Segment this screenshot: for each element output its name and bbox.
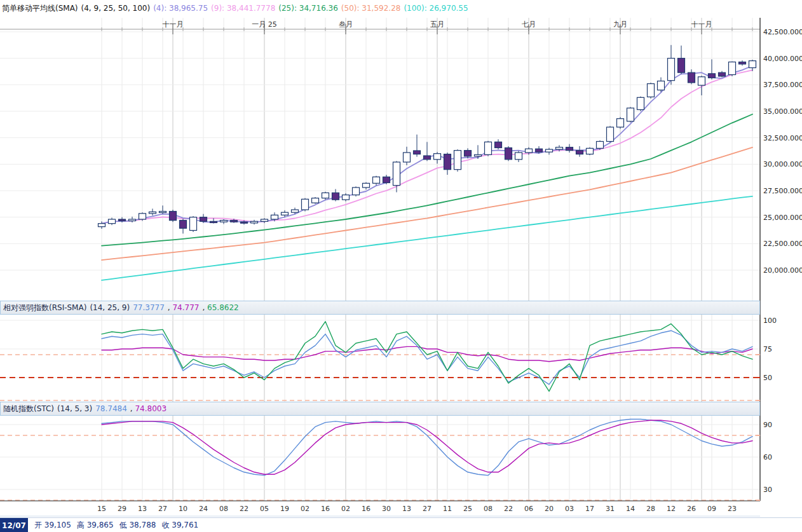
svg-text:50: 50 <box>763 374 772 382</box>
candle[interactable] <box>221 219 228 224</box>
candle[interactable] <box>587 147 594 156</box>
candle[interactable] <box>465 148 472 158</box>
candle[interactable] <box>546 148 553 155</box>
svg-text:十一月: 十一月 <box>163 20 184 29</box>
svg-text:29: 29 <box>118 505 126 513</box>
candle[interactable] <box>210 218 217 223</box>
candle[interactable] <box>495 139 502 149</box>
candle[interactable] <box>312 197 319 204</box>
svg-text:28: 28 <box>646 505 655 513</box>
candle[interactable] <box>719 71 726 78</box>
indicator-value: 74.8003 <box>135 404 167 413</box>
svg-text:42,500.0000: 42,500.0000 <box>763 28 802 36</box>
svg-text:16: 16 <box>362 505 370 513</box>
candle[interactable] <box>373 176 380 186</box>
candle[interactable] <box>505 146 512 161</box>
candle[interactable] <box>566 144 573 153</box>
axes <box>0 18 760 516</box>
candle[interactable] <box>160 205 167 214</box>
candle[interactable] <box>251 220 258 225</box>
candle[interactable] <box>658 78 665 92</box>
separator: , <box>202 303 207 312</box>
chart-canvas[interactable]: 十一月一月 25叁月五月七月九月十一月152913271024082205190… <box>0 0 802 532</box>
candle[interactable] <box>302 198 309 212</box>
candle[interactable] <box>637 97 644 111</box>
candle[interactable] <box>515 151 522 163</box>
svg-text:15: 15 <box>97 505 106 513</box>
candle[interactable] <box>170 210 177 222</box>
stc-title: 随机指数(STC) <box>3 404 54 414</box>
candle[interactable] <box>688 69 695 84</box>
svg-text:20: 20 <box>545 505 554 513</box>
candle[interactable] <box>485 141 492 156</box>
svg-text:25: 25 <box>463 505 472 513</box>
svg-text:13: 13 <box>138 505 147 513</box>
svg-text:27: 27 <box>423 505 432 513</box>
candle[interactable] <box>322 192 329 200</box>
svg-text:09: 09 <box>707 505 716 513</box>
svg-text:12: 12 <box>667 505 676 513</box>
svg-text:27: 27 <box>158 505 167 513</box>
candle[interactable] <box>343 193 350 201</box>
svg-text:一月 25: 一月 25 <box>252 20 277 29</box>
candle[interactable] <box>454 149 461 172</box>
candle[interactable] <box>739 60 746 65</box>
svg-text:32,500.0000: 32,500.0000 <box>763 134 802 142</box>
candle[interactable] <box>200 214 207 223</box>
candle[interactable] <box>617 117 624 128</box>
candle[interactable] <box>698 76 705 95</box>
candle[interactable] <box>627 107 634 122</box>
svg-text:06: 06 <box>524 505 533 513</box>
svg-text:24: 24 <box>199 505 208 513</box>
indicator-value: 65.8622 <box>207 303 239 312</box>
candle[interactable] <box>190 216 197 232</box>
stock-chart-application: 十一月一月 25叁月五月七月九月十一月152913271024082205190… <box>0 0 802 532</box>
svg-text:02: 02 <box>341 505 350 513</box>
candle[interactable] <box>576 146 583 157</box>
candle[interactable] <box>129 217 136 222</box>
candle[interactable] <box>729 62 736 76</box>
stc-panel-header[interactable]: 随机指数(STC) (14, 5, 3) 78.7484, 74.8003 <box>0 402 760 416</box>
candle[interactable] <box>424 142 431 161</box>
candle[interactable] <box>648 83 655 99</box>
svg-text:03: 03 <box>565 505 574 513</box>
candle[interactable] <box>597 140 604 150</box>
rsi-params: (14, 25, 9) <box>90 303 130 312</box>
svg-text:100: 100 <box>763 317 777 325</box>
svg-text:27,500.0000: 27,500.0000 <box>763 187 802 195</box>
indicator-value: (50): 31,592.28 <box>341 4 401 13</box>
candle[interactable] <box>749 60 756 71</box>
svg-text:30: 30 <box>382 505 391 513</box>
candle[interactable] <box>149 208 156 215</box>
candle[interactable] <box>109 218 116 226</box>
svg-text:30: 30 <box>763 486 772 494</box>
svg-text:七月: 七月 <box>521 20 536 29</box>
candle[interactable] <box>709 59 716 79</box>
candle[interactable] <box>180 219 187 233</box>
candle[interactable] <box>139 212 146 221</box>
date-axis-labels: 1529132710240822051902160216301327112508… <box>97 505 737 513</box>
candle[interactable] <box>434 152 441 163</box>
svg-text:20,000.0000: 20,000.0000 <box>763 266 802 275</box>
svg-text:十一月: 十一月 <box>691 20 712 29</box>
candle[interactable] <box>363 182 370 190</box>
svg-text:19: 19 <box>280 505 289 513</box>
candle[interactable] <box>404 147 411 165</box>
rsi-panel-header[interactable]: 相对强弱指数(RSI-SMA) (14, 25, 9) 77.3777, 74.… <box>0 301 760 315</box>
sma-values: (4): 38,965.75(9): 38,441.7778(25): 34,7… <box>153 4 471 13</box>
svg-text:08: 08 <box>484 505 493 513</box>
candle[interactable] <box>678 46 685 74</box>
candle[interactable] <box>444 153 451 175</box>
svg-text:05: 05 <box>260 505 269 513</box>
gridlines <box>0 18 760 501</box>
sma-indicator-header[interactable]: 简单移动平均线(SMA) (4, 9, 25, 50, 100) (4): 38… <box>0 0 802 17</box>
candle[interactable] <box>383 175 390 184</box>
candle[interactable] <box>261 218 268 223</box>
sma-title: 简单移动平均线(SMA) <box>2 3 78 14</box>
candle[interactable] <box>607 126 614 142</box>
candle[interactable] <box>353 186 360 196</box>
status-field: 开 39,105 <box>34 521 71 529</box>
date-badge: 12/07 <box>0 518 28 532</box>
candle[interactable] <box>668 45 675 85</box>
svg-text:五月: 五月 <box>430 20 444 29</box>
